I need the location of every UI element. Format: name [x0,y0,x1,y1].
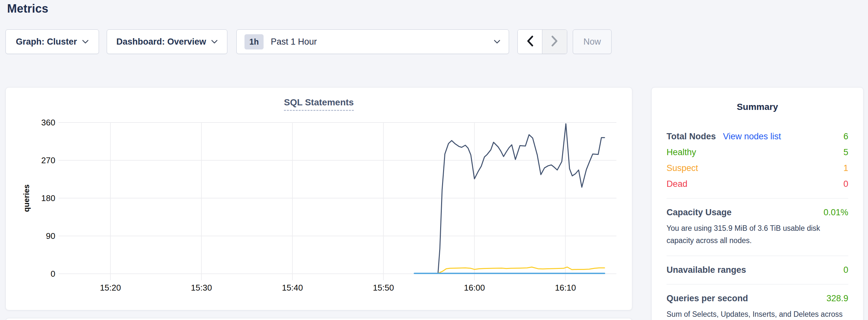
yellow-series [438,267,605,274]
summary-title: Summary [666,102,848,112]
now-button[interactable]: Now [573,29,612,54]
time-step-button-group [518,29,567,54]
page-title: Metrics [7,2,48,15]
svg-text:0: 0 [51,269,55,279]
svg-text:90: 90 [46,231,55,241]
time-range-badge: 1h [245,34,264,50]
dead-nodes-value: 0 [843,179,848,189]
svg-text:360: 360 [41,118,55,127]
svg-text:15:50: 15:50 [373,283,394,292]
queries-per-second-value: 328.9 [826,293,848,303]
queries-per-second-caption: Sum of Selects, Updates, Inserts, and De… [666,308,848,320]
total-nodes-label: Total Nodes [666,132,716,141]
dashboard-dropdown[interactable]: Dashboard: Overview [107,29,227,54]
divider [666,256,848,256]
next-chart-panel [5,318,632,320]
svg-text:16:00: 16:00 [464,283,485,292]
sql-statements-line-chart[interactable]: 09018027036015:2015:3015:4015:5016:0016:… [6,88,632,311]
sql-statements-chart-panel: SQL Statements 09018027036015:2015:3015:… [5,87,632,310]
view-nodes-list-link[interactable]: View nodes list [723,132,781,141]
divider [666,284,848,284]
summary-panel: Summary Total Nodes View nodes list 6 He… [651,87,864,320]
previous-time-button[interactable] [518,30,542,54]
queries-per-second-label: Queries per second [666,293,748,303]
svg-text:15:30: 15:30 [191,283,212,292]
total-nodes-value: 6 [843,132,848,141]
svg-text:queries: queries [22,184,31,212]
time-range-dropdown[interactable]: 1h Past 1 Hour [237,29,509,54]
svg-text:16:10: 16:10 [555,283,576,292]
svg-text:15:40: 15:40 [282,283,303,292]
unavailable-ranges-value: 0 [843,265,848,275]
suspect-nodes-label: Suspect [666,163,698,173]
dead-nodes-label: Dead [666,179,687,189]
healthy-nodes-value: 5 [843,148,848,157]
unavailable-ranges-label: Unavailable ranges [666,265,746,275]
chevron-left-icon [526,36,534,48]
svg-text:270: 270 [41,156,55,165]
divider [666,198,848,198]
svg-text:180: 180 [41,193,55,203]
healthy-nodes-label: Healthy [666,148,696,157]
chevron-right-icon [551,36,558,48]
chevron-down-icon [82,40,89,44]
graph-dropdown-label: Graph: Cluster [16,37,77,47]
time-range-label: Past 1 Hour [271,37,317,47]
capacity-usage-value: 0.01% [824,207,848,218]
capacity-usage-caption: You are using 315.9 MiB of 3.6 TiB usabl… [666,222,848,247]
capacity-usage-label: Capacity Usage [666,207,732,218]
chevron-down-icon [494,40,500,44]
dashboard-dropdown-label: Dashboard: Overview [117,37,206,47]
graph-dropdown[interactable]: Graph: Cluster [5,29,99,54]
chevron-down-icon [211,40,218,44]
next-time-button[interactable] [542,30,567,54]
svg-text:15:20: 15:20 [100,283,121,292]
suspect-nodes-value: 1 [843,163,848,173]
